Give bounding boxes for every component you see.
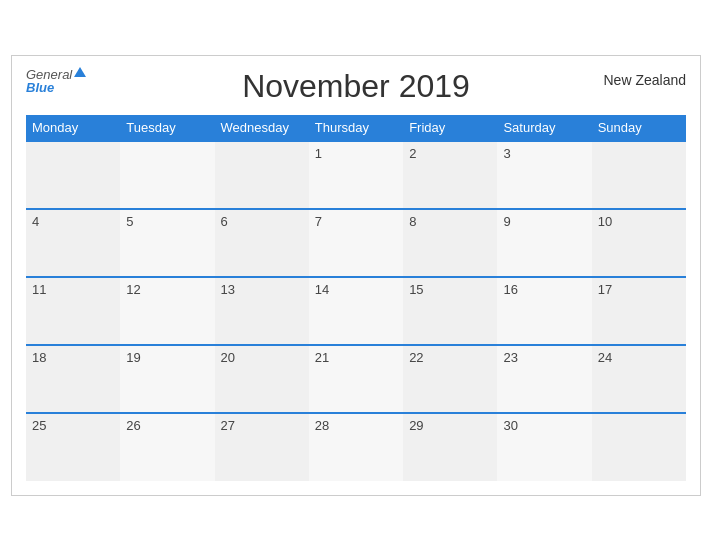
calendar-cell [592,413,686,481]
week-row-1: 123 [26,141,686,209]
calendar-cell: 10 [592,209,686,277]
day-num: 21 [315,350,329,365]
calendar-title: November 2019 [242,68,470,105]
day-num: 4 [32,214,39,229]
logo-blue-text: Blue [26,81,54,94]
calendar-cell: 3 [497,141,591,209]
col-header-thursday: Thursday [309,115,403,141]
calendar-cell: 28 [309,413,403,481]
calendar-cell: 15 [403,277,497,345]
calendar-cell: 20 [215,345,309,413]
calendar-cell: 1 [309,141,403,209]
calendar-cell: 16 [497,277,591,345]
day-num: 25 [32,418,46,433]
day-num: 8 [409,214,416,229]
calendar-cell: 11 [26,277,120,345]
calendar-cell: 19 [120,345,214,413]
calendar-cell: 5 [120,209,214,277]
day-num: 9 [503,214,510,229]
calendar-cell: 2 [403,141,497,209]
day-num: 30 [503,418,517,433]
day-num: 2 [409,146,416,161]
calendar-cell: 6 [215,209,309,277]
day-num: 19 [126,350,140,365]
calendar-cell: 29 [403,413,497,481]
day-num: 15 [409,282,423,297]
calendar-cell [120,141,214,209]
country-label: New Zealand [604,72,687,88]
calendar-container: General Blue November 2019 New Zealand M… [11,55,701,496]
calendar-cell: 17 [592,277,686,345]
day-num: 22 [409,350,423,365]
col-header-wednesday: Wednesday [215,115,309,141]
col-header-friday: Friday [403,115,497,141]
calendar-cell: 27 [215,413,309,481]
calendar-header-row: Monday Tuesday Wednesday Thursday Friday… [26,115,686,141]
calendar-cell: 18 [26,345,120,413]
calendar-cell: 23 [497,345,591,413]
day-num: 17 [598,282,612,297]
calendar-body: 1234567891011121314151617181920212223242… [26,141,686,481]
calendar-cell: 24 [592,345,686,413]
day-num: 11 [32,282,46,297]
day-num: 7 [315,214,322,229]
calendar-cell: 7 [309,209,403,277]
col-header-saturday: Saturday [497,115,591,141]
day-num: 24 [598,350,612,365]
calendar-cell: 13 [215,277,309,345]
calendar-cell: 8 [403,209,497,277]
calendar-cell: 21 [309,345,403,413]
calendar-cell [26,141,120,209]
day-num: 23 [503,350,517,365]
week-row-4: 18192021222324 [26,345,686,413]
day-num: 16 [503,282,517,297]
day-num: 10 [598,214,612,229]
calendar-cell: 9 [497,209,591,277]
day-num: 5 [126,214,133,229]
day-num: 14 [315,282,329,297]
day-num: 1 [315,146,322,161]
day-num: 26 [126,418,140,433]
week-row-5: 252627282930 [26,413,686,481]
col-header-monday: Monday [26,115,120,141]
calendar-cell: 26 [120,413,214,481]
day-num: 6 [221,214,228,229]
calendar-cell [592,141,686,209]
calendar-cell: 25 [26,413,120,481]
day-num: 20 [221,350,235,365]
calendar-cell: 12 [120,277,214,345]
logo: General Blue [26,68,86,94]
day-num: 12 [126,282,140,297]
logo-general-text: General [26,68,72,81]
calendar-cell: 4 [26,209,120,277]
col-header-tuesday: Tuesday [120,115,214,141]
calendar-cell: 14 [309,277,403,345]
calendar-cell [215,141,309,209]
calendar-header: General Blue November 2019 New Zealand [26,68,686,105]
col-header-sunday: Sunday [592,115,686,141]
day-num: 29 [409,418,423,433]
day-num: 13 [221,282,235,297]
calendar-cell: 22 [403,345,497,413]
calendar-grid: Monday Tuesday Wednesday Thursday Friday… [26,115,686,481]
day-num: 3 [503,146,510,161]
week-row-2: 45678910 [26,209,686,277]
calendar-cell: 30 [497,413,591,481]
day-num: 18 [32,350,46,365]
day-num: 27 [221,418,235,433]
week-row-3: 11121314151617 [26,277,686,345]
logo-triangle-icon [74,67,86,77]
day-num: 28 [315,418,329,433]
